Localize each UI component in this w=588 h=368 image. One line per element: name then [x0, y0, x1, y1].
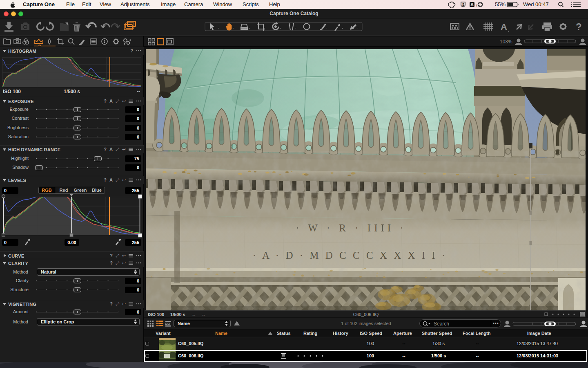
svg-text:A: A	[470, 2, 474, 7]
svg-text:?: ?	[576, 21, 582, 32]
svg-text:A: A	[501, 22, 507, 32]
svg-text:S: S	[462, 2, 465, 7]
svg-text:103%: 103%	[500, 39, 512, 45]
